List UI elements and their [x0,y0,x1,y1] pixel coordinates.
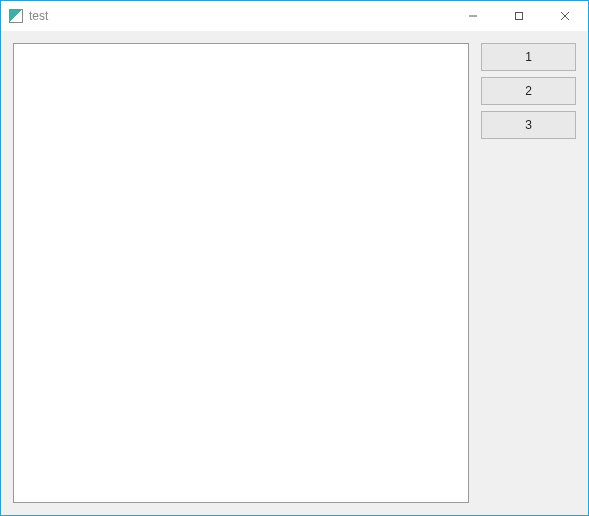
minimize-button[interactable] [450,1,496,31]
maximize-button[interactable] [496,1,542,31]
minimize-icon [468,11,478,21]
titlebar: test [1,1,588,31]
side-panel: 1 2 3 [481,43,576,503]
close-button[interactable] [542,1,588,31]
button-1[interactable]: 1 [481,43,576,71]
close-icon [560,11,570,21]
maximize-icon [514,11,524,21]
button-3[interactable]: 3 [481,111,576,139]
button-2[interactable]: 2 [481,77,576,105]
app-icon [9,9,23,23]
app-window: test 1 2 3 [0,0,589,516]
content-area: 1 2 3 [1,31,588,515]
svg-rect-1 [516,13,523,20]
window-controls [450,1,588,31]
window-title: test [29,9,48,23]
canvas-panel [13,43,469,503]
